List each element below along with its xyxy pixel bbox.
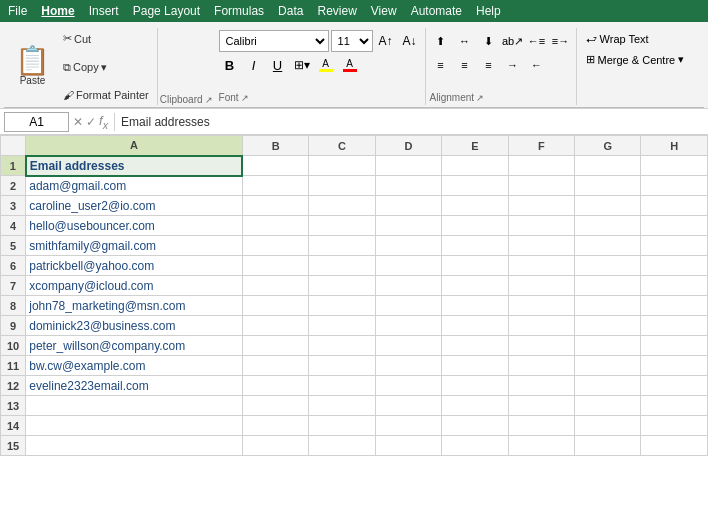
cell[interactable]: dominick23@business.com bbox=[26, 316, 243, 336]
col-header-g[interactable]: G bbox=[575, 136, 641, 156]
menu-automate[interactable]: Automate bbox=[411, 4, 462, 18]
indent-increase-button[interactable]: ≡→ bbox=[550, 30, 572, 52]
indent-decrease-button[interactable]: ←≡ bbox=[526, 30, 548, 52]
ltr-button[interactable]: ← bbox=[526, 54, 548, 76]
cell[interactable] bbox=[508, 416, 574, 436]
cell[interactable] bbox=[575, 336, 641, 356]
cell[interactable] bbox=[442, 416, 508, 436]
row-header[interactable]: 9 bbox=[1, 316, 26, 336]
menu-formulas[interactable]: Formulas bbox=[214, 4, 264, 18]
font-name-select[interactable]: Calibri bbox=[219, 30, 329, 52]
cell[interactable] bbox=[375, 196, 441, 216]
cell[interactable] bbox=[641, 436, 708, 456]
paste-button[interactable]: 📋 Paste bbox=[8, 30, 57, 103]
cell[interactable]: Email addresses bbox=[26, 156, 243, 176]
align-bottom-button[interactable]: ⬇ bbox=[478, 30, 500, 52]
menu-review[interactable]: Review bbox=[317, 4, 356, 18]
font-size-select[interactable]: 11 bbox=[331, 30, 373, 52]
font-color-button[interactable]: A bbox=[339, 54, 361, 76]
menu-help[interactable]: Help bbox=[476, 4, 501, 18]
cell[interactable] bbox=[641, 236, 708, 256]
cell[interactable] bbox=[26, 436, 243, 456]
cell[interactable] bbox=[442, 376, 508, 396]
col-header-e[interactable]: E bbox=[442, 136, 508, 156]
merge-centre-button[interactable]: ⊞ Merge & Centre ▾ bbox=[581, 50, 693, 69]
cell[interactable] bbox=[575, 316, 641, 336]
col-header-f[interactable]: F bbox=[508, 136, 574, 156]
cell[interactable] bbox=[442, 236, 508, 256]
fill-color-button[interactable]: A bbox=[315, 54, 337, 76]
row-header[interactable]: 12 bbox=[1, 376, 26, 396]
cell[interactable] bbox=[641, 316, 708, 336]
cell[interactable] bbox=[575, 416, 641, 436]
italic-button[interactable]: I bbox=[243, 54, 265, 76]
cell[interactable] bbox=[309, 316, 375, 336]
cell[interactable] bbox=[309, 276, 375, 296]
cell[interactable] bbox=[375, 396, 441, 416]
cell[interactable] bbox=[242, 196, 308, 216]
cell[interactable] bbox=[242, 436, 308, 456]
cell[interactable] bbox=[575, 296, 641, 316]
cell[interactable] bbox=[442, 356, 508, 376]
cell[interactable] bbox=[375, 176, 441, 196]
cell[interactable] bbox=[442, 396, 508, 416]
col-header-b[interactable]: B bbox=[242, 136, 308, 156]
cell[interactable] bbox=[641, 276, 708, 296]
confirm-formula-icon[interactable]: ✓ bbox=[86, 115, 96, 129]
row-header[interactable]: 6 bbox=[1, 256, 26, 276]
cell[interactable] bbox=[442, 296, 508, 316]
row-header[interactable]: 10 bbox=[1, 336, 26, 356]
cell[interactable]: caroline_user2@io.com bbox=[26, 196, 243, 216]
cell[interactable] bbox=[375, 236, 441, 256]
cell[interactable] bbox=[309, 436, 375, 456]
cell[interactable] bbox=[442, 176, 508, 196]
cell[interactable] bbox=[375, 416, 441, 436]
cell[interactable] bbox=[641, 356, 708, 376]
cell[interactable] bbox=[508, 236, 574, 256]
copy-button[interactable]: ⧉ Copy ▾ bbox=[59, 59, 153, 76]
col-header-d[interactable]: D bbox=[375, 136, 441, 156]
cell[interactable] bbox=[641, 256, 708, 276]
row-header[interactable]: 3 bbox=[1, 196, 26, 216]
cell[interactable] bbox=[575, 436, 641, 456]
menu-data[interactable]: Data bbox=[278, 4, 303, 18]
row-header[interactable]: 2 bbox=[1, 176, 26, 196]
bold-button[interactable]: B bbox=[219, 54, 241, 76]
cell[interactable] bbox=[575, 276, 641, 296]
row-header[interactable]: 5 bbox=[1, 236, 26, 256]
cell[interactable] bbox=[375, 436, 441, 456]
font-expand-icon[interactable]: ↗ bbox=[241, 93, 249, 103]
cell[interactable] bbox=[508, 176, 574, 196]
cell[interactable] bbox=[641, 176, 708, 196]
cell[interactable] bbox=[26, 396, 243, 416]
row-header[interactable]: 15 bbox=[1, 436, 26, 456]
cell[interactable] bbox=[309, 196, 375, 216]
cell-reference-box[interactable] bbox=[4, 112, 69, 132]
cell[interactable]: john78_marketing@msn.com bbox=[26, 296, 243, 316]
align-middle-button[interactable]: ↔ bbox=[454, 30, 476, 52]
cell[interactable] bbox=[508, 256, 574, 276]
cell[interactable] bbox=[442, 156, 508, 176]
cell[interactable] bbox=[375, 156, 441, 176]
cell[interactable] bbox=[309, 216, 375, 236]
cell[interactable] bbox=[309, 156, 375, 176]
row-header[interactable]: 14 bbox=[1, 416, 26, 436]
cell[interactable] bbox=[575, 356, 641, 376]
increase-font-size-button[interactable]: A↑ bbox=[375, 30, 397, 52]
cell[interactable] bbox=[508, 316, 574, 336]
menu-file[interactable]: File bbox=[8, 4, 27, 18]
cell[interactable] bbox=[575, 216, 641, 236]
row-header[interactable]: 1 bbox=[1, 156, 26, 176]
align-center-button[interactable]: ≡ bbox=[454, 54, 476, 76]
cell[interactable] bbox=[575, 156, 641, 176]
cell[interactable]: peter_willson@company.com bbox=[26, 336, 243, 356]
cell[interactable] bbox=[641, 296, 708, 316]
formula-input[interactable] bbox=[121, 112, 704, 132]
cell[interactable] bbox=[309, 296, 375, 316]
cell[interactable] bbox=[309, 376, 375, 396]
cell[interactable]: patrickbell@yahoo.com bbox=[26, 256, 243, 276]
cell[interactable] bbox=[242, 156, 308, 176]
cell[interactable] bbox=[641, 336, 708, 356]
cell[interactable] bbox=[375, 316, 441, 336]
cell[interactable] bbox=[508, 376, 574, 396]
